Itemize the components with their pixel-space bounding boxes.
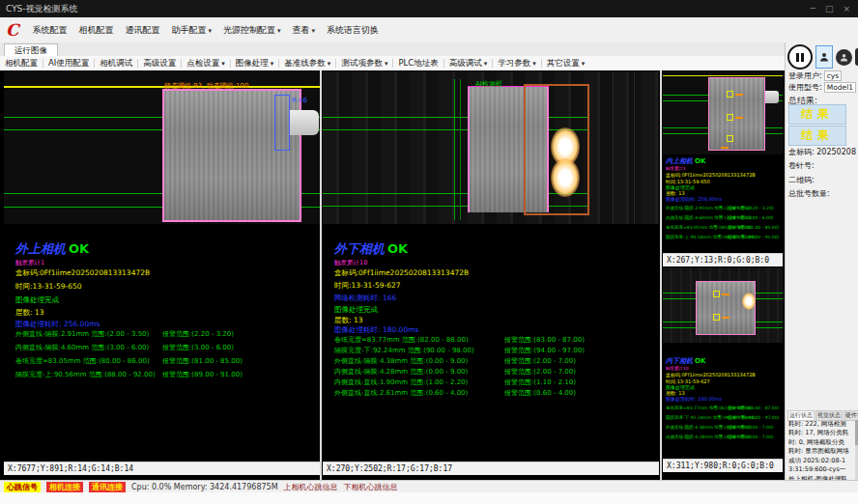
camera-title: 内下相机 — [666, 357, 693, 365]
alarm-range-text: 报警范围:(0.60 - 4.00) — [504, 388, 576, 398]
toolbar-image-processing[interactable]: 图像处理 — [231, 58, 279, 70]
needle-number-label: 卷针号: — [788, 160, 815, 171]
toolbar-spot-check[interactable]: 点检设置 — [182, 58, 230, 70]
time-line: 时间:13-31-59-627 — [334, 281, 401, 291]
status-ok: OK — [69, 241, 89, 256]
toolbar-camera-config[interactable]: 相机配置 — [0, 58, 43, 70]
toolbar-baseline-params[interactable]: 基准线参数 — [279, 58, 335, 70]
menu-item-view[interactable]: 查看 — [287, 21, 322, 40]
alarm-range-text: 报警范围:(83.00 - 87.00) — [504, 335, 585, 345]
menu-item-camera-config[interactable]: 相机配置 — [73, 21, 120, 40]
measurement-row: 卷纸宽度=83.77mm 范围:(82.00 - 88.00)报警范围:(83.… — [334, 335, 644, 345]
measurement-row: 卷纸宽度=83.05mm 范围:(80.00 - 86.00)报警范围:(81.… — [666, 225, 782, 230]
alarm-range-text: 报警范围:(89.00 - 91.00) — [162, 370, 243, 379]
pane-inner-lower-camera: 内下相机OK 触发累计10 盒标码:0Ff1iime20250208133134… — [663, 267, 783, 472]
connector-object — [290, 110, 319, 135]
status-ok: OK — [695, 157, 705, 165]
trigger-count: 触发累计1 — [15, 259, 44, 267]
camera-link-badge: 相机连接 — [46, 482, 83, 492]
process-time-line: 图像处理耗时: 256.00ms — [15, 320, 100, 329]
app-window: CYS-视觉检测系统 ─ □ × C 系统配置 相机配置 通讯配置 助手配置 光… — [0, 0, 858, 504]
lower-camera-heartbeat-link[interactable]: 下相机心跳信息 — [344, 482, 398, 492]
pause-icon — [796, 53, 799, 62]
toolbar-plc-address-table[interactable]: PLC地址表 — [393, 58, 443, 70]
menu-item-light-control[interactable]: 光源控制配置 — [217, 21, 287, 40]
annotation-box — [727, 91, 733, 98]
pane-inner-upper-camera: 内上相机OK 触发累计1 盒标码:0Ff1iime202502081331347… — [663, 71, 783, 266]
alarm-range-text: 报警范围:(94.00 - 97.00) — [728, 415, 779, 420]
measurement-row: 卷纸宽度=83.77mm 范围:(82.00 - 88.00)报警范围:(83.… — [666, 406, 782, 410]
toolbar-advanced-settings[interactable]: 高级设置 — [138, 58, 181, 70]
minimize-icon[interactable]: ─ — [811, 4, 815, 14]
upper-camera-heartbeat-link[interactable]: 上相机心跳信息 — [284, 482, 338, 492]
toolbar-learning-params[interactable]: 学习参数 — [493, 58, 541, 70]
alarm-range-text: 报警范围:(3.00 - 6.00) — [728, 215, 774, 220]
title-bar: CYS-视觉检测系统 ─ □ × — [0, 0, 858, 17]
toolbar-other-settings[interactable]: 其它设置 — [542, 58, 590, 70]
person-gear-icon — [840, 53, 848, 62]
pane-divider — [660, 70, 662, 480]
pause-icon — [801, 53, 804, 62]
box-barcode-value: 20250208 — [816, 148, 856, 156]
roi-overlay-label: R:46 — [292, 97, 307, 104]
alarm-range-text: 报警范围:(89.00 - 91.00) — [728, 235, 779, 239]
measurement-row: 内侧直线-隔膜:4.28mm 范围:(0.00 - 9.00)报警范围:(2.0… — [334, 367, 644, 377]
camera-view-inner-lower[interactable] — [663, 267, 783, 343]
control-buttons — [787, 44, 858, 70]
trigger-count: 触发累计10 — [666, 366, 689, 371]
baseline-yellow-line — [4, 86, 320, 88]
result-text-inner-upper: 内上相机OK 触发累计1 盒标码:0Ff1iime202502081331347… — [663, 154, 783, 253]
pane-outer-upper-camera: 静态阈值:93, 动态阈值:100 R:46 外上相机OK 触发累计1 盒标码:… — [4, 71, 320, 475]
pause-button[interactable] — [787, 44, 813, 70]
camera-title: 外下相机 — [334, 241, 385, 256]
alarm-range-text: 报警范围:(2.00 - 7.00) — [504, 356, 576, 366]
pixel-coords-readout: X:270;Y:2502;R:17;G:17;B:17 — [323, 462, 659, 475]
baseline-yellow-line — [663, 75, 783, 76]
camera-title: 外上相机 — [15, 241, 66, 256]
menu-item-language-switch[interactable]: 系统语言切换 — [321, 21, 385, 40]
toolbar-advanced-debug[interactable]: 高级调试 — [444, 58, 493, 70]
alarm-range-text: 报警范围:(94.00 - 97.00) — [504, 346, 585, 355]
menu-item-system-config[interactable]: 系统配置 — [27, 21, 73, 40]
toolbar-test-item-params[interactable]: 测试项参数 — [336, 58, 392, 70]
barcode-line: 盒标码:0Ff1iime2025020813313472B — [666, 172, 756, 178]
background-edge — [613, 71, 614, 224]
menu-bar: C 系统配置 相机配置 通讯配置 助手配置 光源控制配置 查看 系统语言切换 — [0, 17, 858, 43]
close-icon[interactable]: × — [843, 4, 850, 14]
camera-view-inner-upper[interactable] — [663, 71, 783, 154]
camera-view-outer-lower[interactable]: AI检测框 — [323, 71, 659, 224]
measurement-row: 外侧直线-直线:2.61mm 范围:(0.60 - 4.00)报警范围:(0.6… — [334, 388, 644, 398]
maximize-icon[interactable]: □ — [825, 4, 834, 14]
annotation-label — [722, 317, 729, 319]
menu-item-comm-config[interactable]: 通讯配置 — [120, 21, 166, 40]
process-done-line: 图像处理完成 — [15, 295, 59, 305]
camera-title: 内上相机 — [666, 157, 693, 165]
user-button[interactable] — [815, 45, 833, 69]
measurement-row: 内侧直线-隔膜:4.60mm 范围:(3.00 - 6.00)报警范围:(3.0… — [666, 215, 782, 220]
pixel-coords-readout: X:7677;Y:891;R:14;G:14;B:14 — [4, 462, 320, 475]
person-icon — [819, 52, 829, 62]
login-user-field[interactable]: cys — [824, 70, 842, 81]
control-panel: 登录用户:cys 使用型号:Model1 总结果: 结果 结果 盒标码: 202… — [785, 42, 858, 480]
status-ok: OK — [695, 357, 705, 365]
result-box-lower: 结果 — [788, 126, 846, 146]
toolbar-camera-debug[interactable]: 相机调试 — [95, 58, 137, 70]
annotation-box — [713, 314, 720, 321]
login-user-label: 登录用户: — [788, 71, 822, 80]
window-title: CYS-视觉检测系统 — [6, 3, 78, 15]
tab-run-image[interactable]: 运行图像 — [4, 43, 58, 57]
admin-button[interactable] — [836, 49, 852, 66]
camera-view-outer-upper[interactable]: 静态阈值:93, 动态阈值:100 R:46 — [4, 71, 320, 224]
model-field[interactable]: Model1 — [824, 82, 856, 93]
toolbar-ai-usage-config[interactable]: AI使用配置 — [43, 58, 94, 70]
menu-item-assistant-config[interactable]: 助手配置 — [166, 21, 218, 40]
layer-line: 层数: 13 — [334, 316, 362, 325]
measurement-row: 内侧直线-直线:1.90mm 范围:(1.00 - 2.20)报警范围:(1.1… — [334, 378, 644, 387]
measurement-row: 隔膜宽度-下:92.24mm 范围:(90.00 - 98.00)报警范围:(9… — [334, 346, 644, 355]
toolbar: 相机配置 AI使用配置 相机调试 高级设置 点检设置 图像处理 基准线参数 测试… — [0, 56, 785, 71]
result-text-inner-lower: 内下相机OK 触发累计10 盒标码:0Ff1iime20250208133134… — [663, 343, 783, 459]
status-bar: 心跳信号 相机连接 通讯连接 Cpu: 0.0% Memory: 3424.41… — [0, 480, 858, 492]
product-roi — [708, 77, 765, 151]
roi-rectangle-blue — [274, 95, 290, 151]
pixel-coords-readout: X:267;Y:13;R:0;G:0;B:0 — [663, 253, 783, 266]
